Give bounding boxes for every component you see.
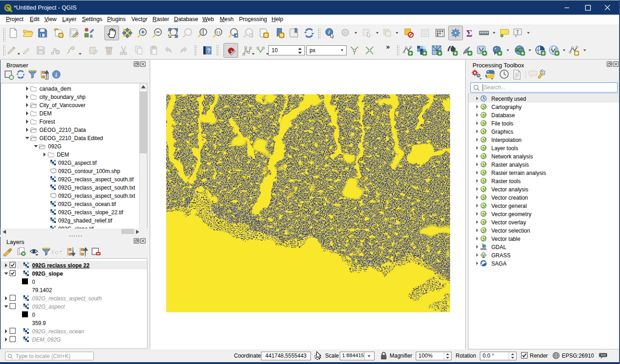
svg-text:a: a bbox=[90, 33, 93, 38]
svg-text:Σ: Σ bbox=[466, 28, 473, 38]
svg-text:?: ? bbox=[207, 47, 211, 54]
svg-text:ε: ε bbox=[52, 248, 54, 255]
svg-text:1:1: 1:1 bbox=[216, 31, 221, 34]
svg-text:T: T bbox=[516, 29, 519, 35]
svg-text:GDAL: GDAL bbox=[480, 248, 487, 250]
